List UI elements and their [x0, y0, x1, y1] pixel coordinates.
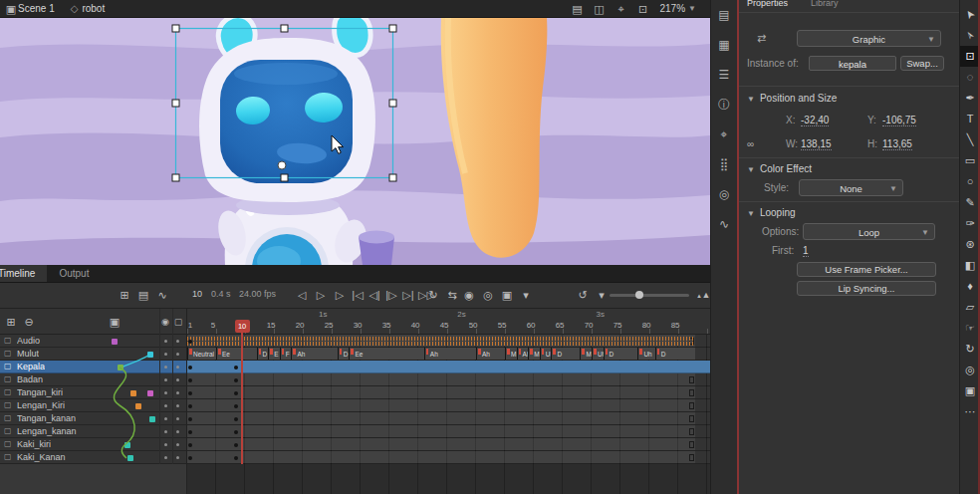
- loop-playback-button[interactable]: ↻: [426, 287, 440, 303]
- reset-timeline-zoom-button[interactable]: ↺: [576, 287, 590, 303]
- insert-frame-icon[interactable]: ⊞: [118, 287, 131, 303]
- lock-icon[interactable]: ▢: [171, 314, 185, 330]
- mouth-keyframe-segment[interactable]: M: [580, 348, 592, 360]
- frame-ruler[interactable]: 1s2s3s 151015202530354045505560657075808…: [187, 309, 710, 335]
- transform-panel-icon[interactable]: ⌖: [711, 120, 737, 149]
- camera-icon[interactable]: ▤: [571, 1, 585, 17]
- layer-lock-dot[interactable]: [176, 353, 179, 356]
- zoom-select[interactable]: 217% ▼: [660, 3, 697, 14]
- step-back-button[interactable]: ◁: [295, 287, 309, 303]
- instance-name-field[interactable]: kepala: [809, 56, 896, 71]
- layer-visibility-dot[interactable]: [164, 417, 167, 420]
- info-panel-icon[interactable]: ⓘ: [711, 90, 737, 120]
- mouth-keyframe-segment[interactable]: Ah: [476, 348, 505, 360]
- frame-row[interactable]: [187, 361, 710, 373]
- line-tool[interactable]: ╲: [960, 129, 980, 150]
- play-button[interactable]: ▷: [314, 287, 328, 303]
- frame-row[interactable]: NeutralEeDEFAhDEeAhAhMAhMUhDMUhDUhD: [187, 348, 710, 361]
- stage-canvas[interactable]: [0, 18, 710, 265]
- mouth-keyframe-segment[interactable]: Ah: [291, 348, 337, 360]
- next-keyframe-button[interactable]: |▷: [384, 287, 398, 303]
- mouth-keyframe-segment[interactable]: M: [528, 348, 540, 360]
- loop-range-button[interactable]: ⇆: [445, 287, 459, 303]
- section-position-size[interactable]: ▼Position and Size: [747, 93, 837, 104]
- x-value[interactable]: -32,40: [801, 115, 829, 126]
- layer-visibility-dot[interactable]: [164, 404, 167, 407]
- onion-outlines-button[interactable]: ◎: [481, 287, 495, 303]
- layer-lock-dot[interactable]: [176, 456, 179, 459]
- hand-tool[interactable]: ☞: [960, 318, 980, 339]
- color-panel-icon[interactable]: ⣿: [711, 149, 737, 179]
- mouth-keyframe-segment[interactable]: Uh: [637, 348, 654, 360]
- mouth-keyframe-segment[interactable]: Ah: [517, 348, 529, 360]
- link-width-height-icon[interactable]: ∞: [747, 138, 754, 149]
- loop-options-dropdown[interactable]: Loop ▼: [803, 223, 935, 240]
- behavior-dropdown[interactable]: Graphic ▼: [797, 30, 941, 47]
- layer-visibility-dot[interactable]: [164, 443, 167, 446]
- mouth-keyframe-segment[interactable]: Ee: [349, 348, 423, 360]
- camera-tool[interactable]: ▣: [960, 380, 980, 401]
- clip-content-icon[interactable]: ⊡: [636, 1, 650, 17]
- layer-row[interactable]: ▢Lengan_Kiri: [0, 399, 186, 412]
- layer-visibility-dot[interactable]: [164, 353, 167, 356]
- mouth-keyframe-segment[interactable]: M: [505, 348, 517, 360]
- layer-lock-dot[interactable]: [176, 378, 179, 381]
- swatches-panel-icon[interactable]: ☰: [711, 60, 737, 90]
- layer-lock-dot[interactable]: [176, 366, 179, 369]
- section-looping[interactable]: ▼Looping: [747, 207, 796, 218]
- w-value[interactable]: 138,15: [801, 138, 832, 150]
- layer-row[interactable]: ▢Kaki_Kanan: [0, 451, 186, 464]
- camera-toggle-button[interactable]: ▣: [108, 314, 122, 330]
- mouth-keyframe-segment[interactable]: D: [655, 348, 696, 360]
- playhead-head[interactable]: 10: [235, 320, 250, 333]
- layer-visibility-dot[interactable]: [164, 430, 167, 433]
- layer-lock-dot[interactable]: [176, 417, 179, 420]
- breadcrumb-scene[interactable]: Scene 1: [18, 3, 55, 14]
- layer-visibility-dot[interactable]: [164, 391, 167, 394]
- layer-lock-dot[interactable]: [176, 430, 179, 433]
- mouth-keyframe-segment[interactable]: D: [551, 348, 580, 360]
- layer-row[interactable]: ▢Badan: [0, 373, 186, 386]
- mouth-keyframe-segment[interactable]: Ah: [424, 348, 476, 360]
- lip-syncing-button[interactable]: Lip Syncing...: [797, 281, 936, 296]
- layer-row[interactable]: ▢Audio: [0, 335, 186, 348]
- frame-row[interactable]: [187, 425, 710, 438]
- layer-visibility-dot[interactable]: [164, 456, 167, 459]
- prev-keyframe-button[interactable]: ◁|: [368, 287, 381, 303]
- first-frame-value[interactable]: 1: [803, 245, 809, 257]
- first-frame-button[interactable]: |◁: [351, 287, 365, 303]
- timeline-options-button[interactable]: ▾: [595, 287, 609, 303]
- use-frame-picker-button[interactable]: Use Frame Picker...: [797, 262, 936, 277]
- onion-skin-icon[interactable]: ▤: [136, 287, 150, 303]
- rotation-tool[interactable]: ↻: [960, 339, 980, 360]
- frame-row[interactable]: [187, 399, 710, 412]
- mouth-keyframe-segment[interactable]: D: [604, 348, 638, 360]
- delete-layer-button[interactable]: ⊖: [22, 314, 36, 330]
- transform-point[interactable]: [278, 161, 286, 169]
- brush-library-panel-icon[interactable]: ▤: [711, 0, 737, 30]
- layer-row[interactable]: ▢Mulut: [0, 348, 186, 361]
- mouth-keyframe-segment[interactable]: Uh: [540, 348, 552, 360]
- step-forward-button[interactable]: ▷: [333, 287, 347, 303]
- marker-options-button[interactable]: ▾: [519, 287, 533, 303]
- asset-warp-tool[interactable]: ⊛: [960, 234, 980, 255]
- frame-row[interactable]: [187, 335, 710, 348]
- mouth-keyframe-segment[interactable]: D: [338, 348, 350, 360]
- more-tools[interactable]: ⋯: [960, 401, 980, 422]
- lasso-tool[interactable]: ◌: [960, 67, 980, 88]
- eye-icon[interactable]: ◉: [158, 314, 172, 330]
- tab-timeline[interactable]: Timeline: [0, 265, 47, 282]
- layer-lock-dot[interactable]: [176, 443, 179, 446]
- frame-row[interactable]: [187, 438, 710, 451]
- layer-row[interactable]: ▢Kaki_kiri: [0, 438, 186, 451]
- layer-visibility-dot[interactable]: [164, 378, 167, 381]
- free-transform-tool[interactable]: ⊡: [960, 46, 980, 67]
- timeline-zoom-slider[interactable]: [610, 294, 689, 297]
- mouth-keyframe-segment[interactable]: Uh: [592, 348, 604, 360]
- frame-row[interactable]: [187, 373, 710, 386]
- frame-row[interactable]: [187, 386, 710, 399]
- layer-row[interactable]: ▢Kepala: [0, 361, 186, 373]
- brush-tool[interactable]: ✑: [960, 213, 980, 234]
- layer-lock-dot[interactable]: [176, 404, 179, 407]
- fps-readout[interactable]: 24.00 fps: [239, 289, 276, 299]
